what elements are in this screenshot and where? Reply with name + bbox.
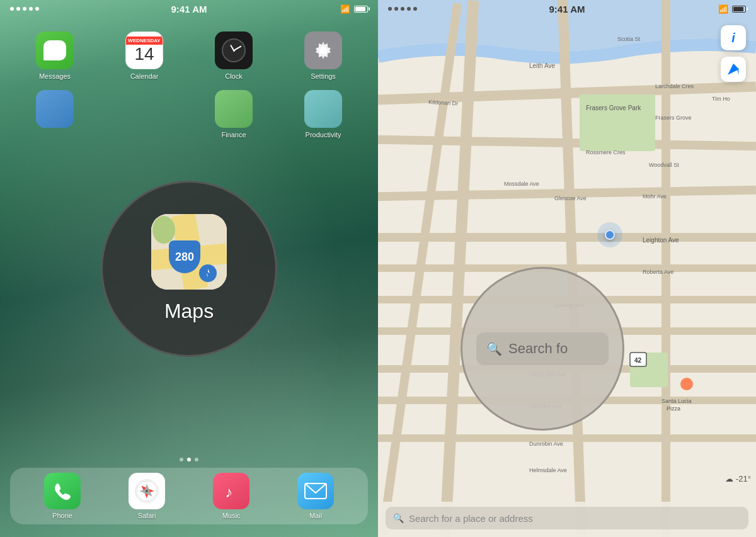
- app-item-social-folder[interactable]: [13, 90, 97, 138]
- messages-label: Messages: [39, 72, 71, 80]
- safari-label: Safari: [138, 512, 156, 519]
- dock-item-music[interactable]: ♪ Music: [213, 473, 249, 519]
- search-icon-zoomed: 🔍: [486, 341, 502, 356]
- svg-text:Scotia St: Scotia St: [617, 36, 641, 42]
- shield-number: 280: [175, 251, 194, 264]
- search-text-zoomed: Search fo: [508, 341, 568, 357]
- search-bar-zoomed[interactable]: 🔍 Search fo: [476, 332, 609, 365]
- calendar-date: 14: [134, 45, 154, 64]
- battery-icon-left: [354, 6, 368, 13]
- music-icon[interactable]: ♪: [213, 473, 249, 509]
- maps-app-icon-large[interactable]: 280: [151, 214, 227, 290]
- page-dot-1: [180, 458, 183, 461]
- mail-icon[interactable]: [297, 473, 334, 509]
- dock-item-safari[interactable]: Safari: [129, 473, 165, 519]
- productivity-folder-icon[interactable]: [304, 90, 342, 128]
- dot-r5: [413, 7, 417, 11]
- svg-text:Pizza: Pizza: [667, 405, 680, 412]
- search-placeholder: Search for a place or address: [409, 513, 533, 524]
- app-item-clock[interactable]: Clock: [192, 31, 276, 80]
- app-item-finance-folder[interactable]: Finance: [192, 90, 276, 138]
- dock: Phone Safari ♪: [10, 468, 368, 524]
- music-label: Music: [222, 512, 241, 519]
- right-phone-panel: Leith Ave Scotia St Kildonan Dr Frasers …: [378, 0, 756, 537]
- location-arrow-icon: [726, 62, 740, 76]
- dock-item-phone[interactable]: Phone: [44, 473, 81, 519]
- finance-folder-label: Finance: [221, 131, 246, 138]
- phone-svg: [52, 481, 72, 501]
- map-search-bottom: 🔍 Search for a place or address: [378, 502, 756, 537]
- svg-text:Roberta Ave: Roberta Ave: [643, 269, 673, 275]
- weather-badge: ☁ -21°: [725, 474, 751, 483]
- dot-r1: [388, 7, 392, 11]
- map-info-button[interactable]: i: [721, 25, 746, 50]
- app-item-settings[interactable]: Settings: [281, 31, 365, 80]
- settings-icon[interactable]: [304, 31, 342, 69]
- svg-rect-22: [378, 233, 756, 242]
- svg-text:♪: ♪: [225, 483, 232, 500]
- dot-r2: [394, 7, 398, 11]
- carrier-dots-right: [388, 7, 417, 11]
- settings-label: Settings: [311, 72, 336, 80]
- map-svg: Leith Ave Scotia St Kildonan Dr Frasers …: [378, 0, 756, 537]
- svg-point-7: [146, 490, 148, 492]
- clock-face: [222, 38, 246, 62]
- svg-text:Leith Ave: Leith Ave: [529, 62, 555, 69]
- clock-minute-hand: [234, 45, 242, 50]
- finance-folder-icon[interactable]: [215, 90, 253, 128]
- gear-svg-icon: [312, 40, 334, 61]
- svg-text:Kildonan Dr: Kildonan Dr: [428, 99, 458, 106]
- svg-text:Rossmere Cres: Rossmere Cres: [586, 149, 626, 155]
- dot-4: [29, 7, 33, 11]
- dot-3: [23, 7, 26, 11]
- location-dot: [605, 230, 617, 242]
- wifi-icon: 📶: [340, 4, 350, 14]
- status-right-left: 📶: [340, 4, 368, 14]
- music-svg: ♪: [221, 481, 241, 501]
- search-icon-bottom: 🔍: [393, 513, 404, 523]
- svg-text:Leighton Ave: Leighton Ave: [643, 237, 679, 244]
- page-dots: [180, 458, 198, 461]
- mail-label: Mail: [309, 512, 322, 519]
- left-phone-panel: 9:41 AM 📶 Messages Wednesday 14 Calendar: [0, 0, 378, 537]
- svg-text:Tim Ho: Tim Ho: [712, 96, 730, 102]
- dock-item-mail[interactable]: Mail: [297, 473, 334, 519]
- phone-label: Phone: [52, 512, 72, 519]
- page-dot-3: [195, 458, 198, 461]
- calendar-icon[interactable]: Wednesday 14: [125, 31, 163, 69]
- safari-icon[interactable]: [129, 473, 165, 509]
- clock-center: [233, 50, 235, 52]
- status-time-right: 9:41 AM: [549, 4, 585, 14]
- maps-zoom-circle: 280 Maps: [101, 181, 277, 357]
- status-time-left: 9:41 AM: [171, 4, 207, 14]
- weather-temp: -21°: [736, 474, 751, 483]
- svg-rect-28: [378, 434, 756, 442]
- weather-icon: ☁: [725, 474, 733, 483]
- battery-icon-right: [732, 6, 746, 13]
- maps-zoom-label: Maps: [164, 300, 214, 323]
- search-input-bar[interactable]: 🔍 Search for a place or address: [386, 507, 748, 529]
- svg-text:Frasers Grove Park: Frasers Grove Park: [586, 105, 641, 111]
- svg-text:Larchdale Cres: Larchdale Cres: [655, 83, 694, 89]
- page-dot-2: [187, 458, 191, 461]
- app-item-messages[interactable]: Messages: [13, 31, 97, 80]
- svg-text:42: 42: [634, 357, 642, 364]
- info-icon: i: [731, 31, 735, 45]
- social-folder-icon[interactable]: [36, 90, 74, 128]
- map-location-button[interactable]: [721, 57, 746, 82]
- messages-icon[interactable]: [36, 31, 74, 69]
- calendar-label: Calendar: [130, 72, 159, 80]
- svg-text:Glencoe Ave: Glencoe Ave: [554, 195, 587, 201]
- phone-icon[interactable]: [44, 473, 81, 509]
- app-item-productivity-folder[interactable]: Productivity: [281, 90, 365, 138]
- maps-compass: [199, 264, 217, 282]
- dot-r4: [407, 7, 411, 11]
- app-item-empty: [102, 90, 186, 138]
- status-right-right: 📶: [718, 4, 746, 14]
- safari-svg: [134, 478, 159, 504]
- clock-icon[interactable]: [215, 31, 253, 69]
- app-item-calendar[interactable]: Wednesday 14 Calendar: [102, 31, 186, 80]
- app-grid: Messages Wednesday 14 Calendar Clock: [0, 25, 378, 145]
- wifi-icon-right: 📶: [718, 4, 728, 14]
- svg-point-13: [152, 216, 175, 244]
